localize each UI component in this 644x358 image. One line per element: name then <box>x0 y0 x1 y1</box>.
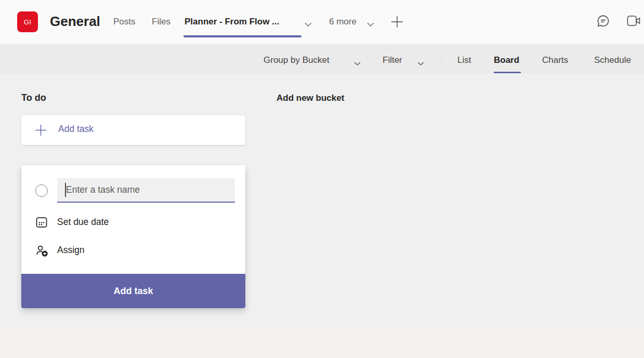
planner-toolbar: Group by Bucket Filter List Board Charts… <box>0 44 644 73</box>
assign-button[interactable]: Assign <box>21 240 245 260</box>
view-tab-schedule[interactable]: Schedule <box>594 55 631 65</box>
view-tab-charts[interactable]: Charts <box>542 55 568 65</box>
team-avatar-initials: GI <box>24 18 32 26</box>
channel-name: General <box>50 14 100 30</box>
tab-files[interactable]: Files <box>152 17 170 27</box>
bucket-title-todo[interactable]: To do <box>21 92 46 103</box>
teams-planner-window: GI General Posts Files Planner - From Fl… <box>0 0 644 358</box>
task-complete-circle[interactable] <box>35 184 48 197</box>
tab-posts[interactable]: Posts <box>113 17 136 27</box>
filter-dropdown[interactable]: Filter <box>383 55 402 65</box>
add-task-card-button[interactable]: Add task <box>21 115 245 145</box>
set-due-date-button[interactable]: Set due date <box>21 211 245 232</box>
video-camera-icon <box>627 20 641 28</box>
filter-chevron-down-icon[interactable] <box>417 59 424 68</box>
open-chat-button[interactable] <box>596 14 611 30</box>
assign-label: Assign <box>57 245 85 256</box>
meet-now-button[interactable] <box>627 15 641 28</box>
group-by-chevron-down-icon[interactable] <box>354 59 361 68</box>
chat-icon <box>596 22 611 30</box>
task-name-input-wrap <box>57 178 235 203</box>
tab-planner[interactable]: Planner - From Flow ... <box>185 17 279 27</box>
add-task-submit-label: Add task <box>113 286 153 297</box>
more-tabs-button[interactable]: 6 more <box>329 17 357 27</box>
view-tab-board[interactable]: Board <box>494 55 519 65</box>
board-bottom-strip <box>0 326 644 358</box>
channel-header: GI General Posts Files Planner - From Fl… <box>0 0 644 44</box>
add-new-bucket-button[interactable]: Add new bucket <box>277 93 344 103</box>
new-task-card: Set due date Assign Add task <box>21 165 245 308</box>
board-area: To do Add new bucket Add task <box>0 73 644 358</box>
active-tab-underline <box>183 35 301 37</box>
view-tab-list[interactable]: List <box>457 55 471 65</box>
person-add-icon <box>35 244 49 260</box>
text-caret <box>65 183 66 197</box>
plus-icon <box>390 22 404 30</box>
plus-icon <box>34 124 47 139</box>
calendar-icon <box>35 216 48 231</box>
add-task-submit-button[interactable]: Add task <box>21 274 245 308</box>
add-tab-button[interactable] <box>390 15 404 30</box>
filter-label: Filter <box>383 55 402 65</box>
set-due-date-label: Set due date <box>57 217 109 228</box>
more-tabs-chevron-down-icon[interactable] <box>367 20 374 29</box>
group-by-bucket-label: Group by Bucket <box>264 55 330 65</box>
task-name-input[interactable] <box>57 178 235 202</box>
team-avatar[interactable]: GI <box>17 11 38 32</box>
planner-tab-chevron-down-icon[interactable] <box>305 20 312 29</box>
toolbar-divider <box>445 52 446 65</box>
group-by-bucket-dropdown[interactable]: Group by Bucket <box>264 55 330 65</box>
add-task-label: Add task <box>58 124 94 135</box>
